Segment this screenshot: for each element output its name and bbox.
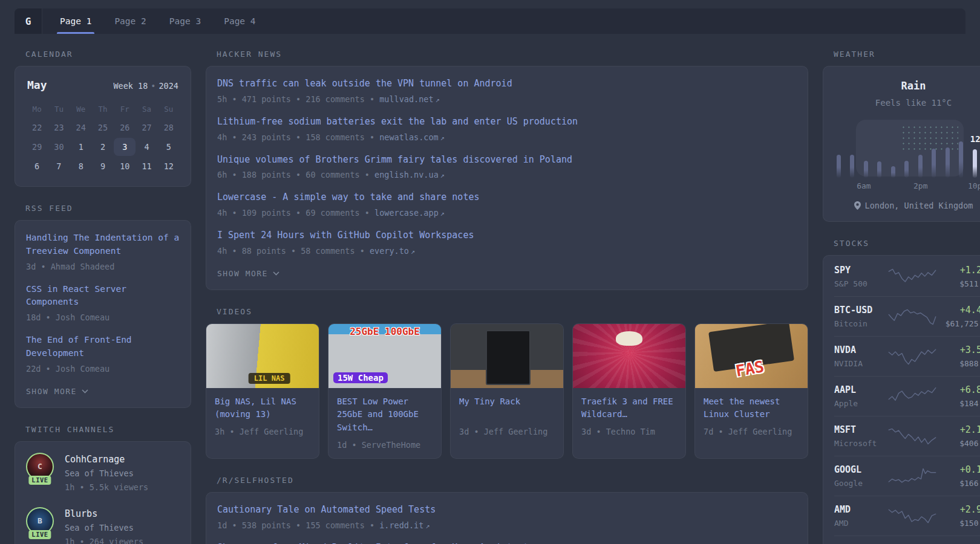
tab-page-3[interactable]: Page 3 bbox=[166, 8, 204, 34]
reddit-item-meta: 1d • 538 points • 155 comments • i.redd.… bbox=[217, 520, 797, 530]
video-thumbnail[interactable] bbox=[573, 324, 685, 388]
reddit-item-title[interactable]: Cautionary Tale on Automated Speed Tests bbox=[217, 504, 797, 517]
calendar-day: 5 bbox=[158, 138, 180, 156]
tab-page-2[interactable]: Page 2 bbox=[111, 8, 149, 34]
thumbnail-text: 25GbE 100GbE bbox=[350, 326, 420, 337]
thumbnail-text: FAS bbox=[734, 357, 765, 380]
hn-item-source-link[interactable]: mullvad.net bbox=[379, 94, 433, 104]
calendar-day: 24 bbox=[70, 118, 92, 137]
twitch-widget: TWITCH CHANNELS C LIVE CohhCarnage Sea o… bbox=[15, 425, 191, 544]
calendar-day-selected: 3 bbox=[114, 138, 136, 156]
hn-item-source-link[interactable]: every.to bbox=[370, 246, 409, 256]
stock-row-nvda[interactable]: NVDANVIDIA +3.52%$888.40 bbox=[834, 336, 980, 376]
hn-item-title[interactable]: Lithium-free sodium batteries exit the l… bbox=[217, 115, 797, 129]
weather-bar bbox=[918, 155, 923, 178]
calendar-day: 30 bbox=[48, 138, 70, 156]
hn-item-source-link[interactable]: newatlas.com bbox=[379, 132, 439, 142]
tab-page-1[interactable]: Page 1 bbox=[57, 8, 94, 34]
stock-row-rddt[interactable]: RDDT -1.65% bbox=[834, 536, 980, 544]
video-thumbnail[interactable]: 25GbE 100GbE 15W Cheap bbox=[328, 324, 441, 388]
stock-row-msft[interactable]: MSFTMicrosoft +2.16%$406.43 bbox=[834, 416, 980, 456]
weather-feels-like: Feels like 11°C bbox=[835, 98, 980, 108]
tab-page-4[interactable]: Page 4 bbox=[221, 8, 258, 34]
hn-item: Unique volumes of Brothers Grimm fairy t… bbox=[217, 154, 797, 180]
hn-item-title[interactable]: Lowercase - A simple way to take and sha… bbox=[217, 191, 797, 204]
hacker-news-card: DNS traffic can leak outside the VPN tun… bbox=[206, 66, 808, 290]
video-title[interactable]: Big NAS, Lil NAS (moving 13) bbox=[215, 395, 310, 421]
video-card-body: Big NAS, Lil NAS (moving 13) 3h • Jeff G… bbox=[206, 388, 319, 445]
app-logo[interactable]: G bbox=[15, 8, 42, 34]
video-title[interactable]: BEST Low Power 25GbE and 100GbE Switch… bbox=[337, 395, 433, 435]
chevron-down-icon bbox=[273, 271, 279, 276]
stock-row-amd[interactable]: AMDAMD +2.94%$150.45 bbox=[834, 496, 980, 536]
stock-sparkline bbox=[887, 306, 938, 328]
reddit-item: Showcase of my Mixed Reality Interface f… bbox=[217, 542, 797, 544]
rss-item-title[interactable]: The End of Front-End Development bbox=[26, 334, 180, 360]
stock-name: S&P 500 bbox=[834, 279, 887, 288]
weekday-label: Tu bbox=[48, 102, 70, 116]
reddit-item-title[interactable]: Showcase of my Mixed Reality Interface f… bbox=[217, 542, 797, 544]
stock-row-spy[interactable]: SPYS&P 500 +1.29%$511.57 bbox=[834, 257, 980, 296]
stock-values: +6.87%$184.91 bbox=[938, 384, 980, 408]
calendar-day: 12 bbox=[158, 157, 180, 175]
time-axis-label: 10pm bbox=[968, 181, 980, 190]
live-badge: LIVE bbox=[28, 530, 51, 539]
stock-change: +4.40% bbox=[938, 305, 980, 316]
video-title[interactable]: My Tiny Rack bbox=[459, 395, 555, 421]
hn-item: Lowercase - A simple way to take and sha… bbox=[217, 191, 797, 218]
stock-values: +3.52%$888.40 bbox=[938, 345, 980, 368]
rss-item-title[interactable]: CSS in React Server Components bbox=[26, 283, 180, 309]
video-thumbnail[interactable]: FAS bbox=[695, 324, 808, 388]
stock-name: Bitcoin bbox=[834, 319, 887, 328]
avatar-initial: C bbox=[38, 462, 42, 471]
video-card-body: Meet the newest Linux Cluster 7d • Jeff … bbox=[695, 388, 808, 445]
weather-bar bbox=[959, 141, 963, 178]
calendar-card: May Week 18•2024 MoTuWeThFrSaSu 22232425… bbox=[15, 66, 191, 187]
hn-item-source-link[interactable]: lowercase.app bbox=[374, 208, 439, 218]
stock-identity: NVDANVIDIA bbox=[834, 345, 887, 368]
stock-row-googl[interactable]: GOOGLGoogle +0.10%$166.78 bbox=[834, 456, 980, 496]
stock-row-aapl[interactable]: AAPLApple +6.87%$184.91 bbox=[834, 376, 980, 416]
weather-condition: Rain bbox=[835, 80, 980, 92]
video-thumbnail[interactable] bbox=[451, 324, 563, 388]
hn-item-source-link[interactable]: english.nv.ua bbox=[374, 170, 439, 180]
weather-bar bbox=[932, 149, 936, 178]
rss-item-title[interactable]: Handling The Indentation of a Treeview C… bbox=[26, 232, 180, 258]
external-link-icon: ↗ bbox=[411, 247, 415, 256]
hn-show-more-button[interactable]: SHOW MORE bbox=[217, 269, 279, 278]
calendar-day: 8 bbox=[70, 157, 92, 175]
stock-price: $888.40 bbox=[938, 359, 980, 368]
weekday-label: Su bbox=[158, 102, 180, 116]
hn-item-meta: 6h • 188 points • 60 comments • english.… bbox=[217, 170, 797, 180]
hn-item-title[interactable]: Unique volumes of Brothers Grimm fairy t… bbox=[217, 154, 797, 167]
rss-show-more-button[interactable]: SHOW MORE bbox=[26, 387, 88, 396]
live-badge: LIVE bbox=[28, 476, 51, 485]
reddit-card: Cautionary Tale on Automated Speed Tests… bbox=[206, 492, 808, 544]
stock-name: AMD bbox=[834, 519, 887, 528]
video-card-body: Traefik 3 and FREE Wildcard… 3d • Techno… bbox=[573, 388, 685, 445]
reddit-item-source-link[interactable]: i.redd.it bbox=[379, 520, 423, 530]
stock-identity: GOOGLGoogle bbox=[834, 464, 887, 488]
video-title[interactable]: Traefik 3 and FREE Wildcard… bbox=[581, 395, 677, 421]
map-pin-icon bbox=[854, 201, 861, 210]
stocks-card: SPYS&P 500 +1.29%$511.57 BTC-USDBitcoin … bbox=[823, 255, 980, 544]
hn-item-meta: 4h • 88 points • 58 comments • every.to↗ bbox=[217, 246, 797, 256]
hn-item-title[interactable]: DNS traffic can leak outside the VPN tun… bbox=[217, 77, 797, 91]
hn-item-title[interactable]: I Spent 24 Hours with GitHub Copilot Wor… bbox=[217, 229, 797, 242]
stock-price: $511.57 bbox=[938, 279, 980, 288]
stock-name: Apple bbox=[834, 399, 887, 408]
stock-change: +1.29% bbox=[938, 265, 980, 276]
stock-row-btc-usd[interactable]: BTC-USDBitcoin +4.40%$61,725.48 bbox=[834, 296, 980, 336]
stock-name: Microsoft bbox=[834, 439, 887, 448]
stock-values: +4.40%$61,725.48 bbox=[938, 305, 980, 328]
hn-item: Lithium-free sodium batteries exit the l… bbox=[217, 115, 797, 142]
twitch-header: TWITCH CHANNELS bbox=[15, 425, 191, 434]
video-title[interactable]: Meet the newest Linux Cluster bbox=[704, 395, 799, 421]
calendar-day: 25 bbox=[92, 118, 114, 137]
stock-sparkline bbox=[887, 505, 938, 527]
stock-symbol: GOOGL bbox=[834, 464, 887, 475]
twitch-channel-blurbs[interactable]: B LIVE Blurbs Sea of Thieves 1h • 264 vi… bbox=[26, 507, 180, 544]
video-thumbnail[interactable]: LIL NAS bbox=[206, 324, 319, 388]
twitch-channel-cohhcarnage[interactable]: C LIVE CohhCarnage Sea of Thieves 1h • 5… bbox=[26, 453, 180, 493]
reddit-widget: /R/SELFHOSTED Cautionary Tale on Automat… bbox=[206, 476, 808, 544]
